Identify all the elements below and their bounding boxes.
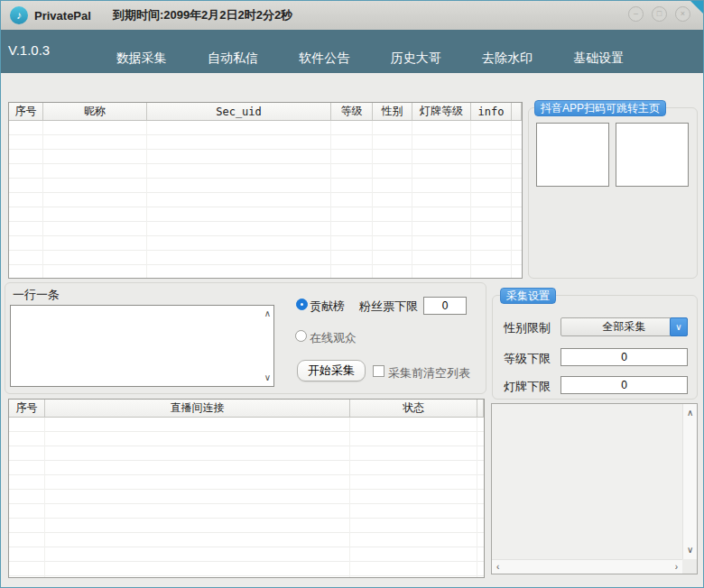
window-controls: – □ × xyxy=(628,6,690,22)
badge-limit-label: 灯牌下限 xyxy=(504,379,551,395)
col-nickname[interactable]: 昵称 xyxy=(43,103,147,120)
scrollbar-corner xyxy=(682,559,697,574)
col-room-link[interactable]: 直播间连接 xyxy=(45,400,350,417)
room-table-header: 序号 直播间连接 状态 xyxy=(9,400,484,418)
scroll-up-icon[interactable]: ∧ xyxy=(264,309,271,318)
app-logo-icon: ♪ xyxy=(10,6,28,24)
user-table-body xyxy=(9,121,522,278)
batch-input-textarea[interactable]: ∧ ∨ xyxy=(10,305,274,387)
navbar: V.1.0.3 数据采集 自动私信 软件公告 历史大哥 去除水印 基础设置 xyxy=(1,30,703,73)
batch-input-label: 一行一条 xyxy=(13,287,60,303)
badge-limit-input[interactable] xyxy=(560,376,688,394)
col-gender[interactable]: 性别 xyxy=(373,103,412,120)
settings-panel: 采集设置 性别限制 全部采集 ∨ 等级下限 灯牌下限 xyxy=(492,295,698,400)
scroll-up-icon[interactable]: ∧ xyxy=(687,409,693,418)
result-panel[interactable]: ∧ ∨ ‹ › xyxy=(491,403,698,574)
col-sec-uid[interactable]: Sec_uid xyxy=(147,103,331,120)
tab-auto-message[interactable]: 自动私信 xyxy=(208,51,258,67)
clear-before-checkbox[interactable] xyxy=(373,365,384,377)
gender-limit-value: 全部采集 xyxy=(603,319,646,335)
clear-before-label[interactable]: 采集前清空列表 xyxy=(388,365,470,381)
gender-limit-label: 性别限制 xyxy=(504,320,551,336)
horizontal-scrollbar[interactable]: ‹ › xyxy=(492,559,682,574)
fan-ticket-limit-label: 粉丝票下限 xyxy=(359,299,418,315)
col-index[interactable]: 序号 xyxy=(9,103,43,120)
app-window: ♪ PrivatePal 到期时间:2099年2月2日2时2分2秒 – □ × … xyxy=(0,0,704,588)
radio-online-label[interactable]: 在线观众 xyxy=(310,330,357,346)
maximize-button[interactable]: □ xyxy=(652,6,667,22)
radio-contribution-list[interactable] xyxy=(296,299,308,310)
col-level[interactable]: 等级 xyxy=(331,103,373,120)
user-table-header: 序号 昵称 Sec_uid 等级 性别 灯牌等级 info xyxy=(9,103,522,121)
nav-tabs: 数据采集 自动私信 软件公告 历史大哥 去除水印 基础设置 xyxy=(96,30,644,73)
tab-announcement[interactable]: 软件公告 xyxy=(299,51,349,67)
tab-data-collect[interactable]: 数据采集 xyxy=(116,51,167,67)
gender-limit-select[interactable]: 全部采集 ∨ xyxy=(560,317,688,336)
version-label: V.1.0.3 xyxy=(8,42,50,58)
level-limit-input[interactable] xyxy=(560,348,688,366)
tab-history-bigbro[interactable]: 历史大哥 xyxy=(391,51,441,67)
qr-panel-title: 抖音APP扫码可跳转主页 xyxy=(534,100,666,116)
user-table: 序号 昵称 Sec_uid 等级 性别 灯牌等级 info xyxy=(8,102,523,279)
radio-contribution-label[interactable]: 贡献榜 xyxy=(310,299,345,315)
col-room-status[interactable]: 状态 xyxy=(350,400,477,417)
close-button[interactable]: × xyxy=(675,6,690,22)
col-info[interactable]: info xyxy=(471,103,512,120)
col-filler xyxy=(512,103,522,120)
tab-remove-watermark[interactable]: 去除水印 xyxy=(482,51,533,67)
start-collect-button[interactable]: 开始采集 xyxy=(297,360,366,381)
qr-code-box-2 xyxy=(616,123,689,187)
titlebar: ♪ PrivatePal 到期时间:2099年2月2日2时2分2秒 – □ × xyxy=(1,1,703,30)
qr-panel: 抖音APP扫码可跳转主页 xyxy=(528,107,698,279)
room-table: 序号 直播间连接 状态 xyxy=(8,399,485,578)
settings-title: 采集设置 xyxy=(500,288,556,304)
room-table-body xyxy=(9,418,484,577)
chevron-down-icon[interactable]: ∨ xyxy=(670,317,688,336)
scroll-right-icon[interactable]: › xyxy=(675,563,678,572)
level-limit-label: 等级下限 xyxy=(504,351,551,367)
corner-decoration xyxy=(690,1,703,14)
scroll-down-icon[interactable]: ∨ xyxy=(264,373,271,382)
minimize-button[interactable]: – xyxy=(628,6,644,22)
col-badge-level[interactable]: 灯牌等级 xyxy=(412,103,471,120)
vertical-scrollbar[interactable]: ∧ ∨ xyxy=(682,404,697,559)
col-room-filler xyxy=(477,400,484,417)
qr-code-box-1 xyxy=(536,123,609,187)
tab-basic-settings[interactable]: 基础设置 xyxy=(573,51,624,67)
col-room-index[interactable]: 序号 xyxy=(9,400,45,417)
fan-ticket-limit-input[interactable] xyxy=(423,297,467,315)
app-title: PrivatePal xyxy=(34,9,91,23)
expiry-time-text: 到期时间:2099年2月2日2时2分2秒 xyxy=(113,7,292,23)
scroll-down-icon[interactable]: ∨ xyxy=(687,546,693,555)
radio-online-audience[interactable] xyxy=(295,330,307,342)
scroll-left-icon[interactable]: ‹ xyxy=(496,563,499,572)
